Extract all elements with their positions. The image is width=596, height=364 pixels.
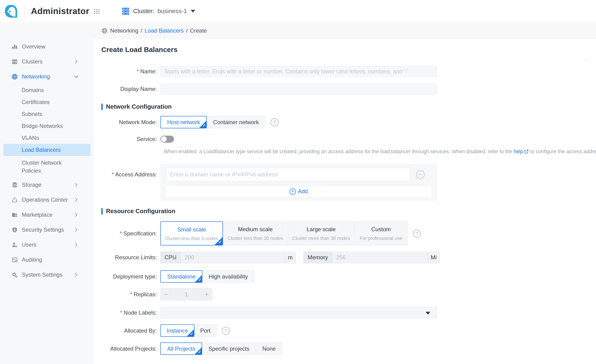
required-mark: *	[137, 68, 139, 75]
app-title: Administrator	[31, 6, 89, 16]
section-accent-bar	[101, 103, 103, 110]
sidebar-item-domains[interactable]: Domains	[0, 84, 94, 96]
network-mode-group: Host network Container network	[160, 116, 265, 128]
database-icon	[11, 182, 18, 188]
deployment-standalone[interactable]: Standalone	[160, 270, 202, 283]
service-toggle[interactable]	[160, 136, 174, 143]
sidebar-item-label: Marketplace	[22, 211, 52, 218]
network-mode-host-network[interactable]: Host network	[160, 116, 207, 128]
memory-prefix-label: Memory	[304, 252, 332, 263]
resource-limits-row: Resource Limits: CPU 200 m Memory 256 Mi	[101, 252, 589, 263]
breadcrumb-separator: /	[141, 27, 142, 34]
replicas-label: * Replicas:	[101, 288, 160, 300]
sidebar-item-operations-center[interactable]: Operations Center	[0, 192, 94, 207]
sidebar-item-subnets[interactable]: Subnets	[0, 108, 94, 120]
sidebar-item-cluster-network-policies[interactable]: Cluster Network Policies	[0, 156, 94, 177]
cpu-limit-group: CPU 200 m	[160, 252, 296, 263]
replicas-stepper: − 1 +	[160, 288, 212, 300]
access-address-label: * Access Address:	[101, 164, 160, 201]
chevron-right-icon	[74, 242, 79, 247]
sidebar-item-label: Operations Center	[22, 197, 68, 203]
node-labels-select[interactable]	[160, 307, 437, 319]
specification-help-icon[interactable]: ?	[413, 230, 421, 238]
sidebar-item-overview[interactable]: Overview	[0, 39, 94, 54]
allocated-by-instance[interactable]: Instance	[160, 324, 194, 337]
replicas-row: * Replicas: − 1 +	[101, 288, 589, 300]
sidebar-item-system-settings[interactable]: System Settings	[0, 267, 94, 282]
top-header: Administrator Cluster: business-1	[0, 0, 596, 22]
sidebar-item-users[interactable]: Users	[0, 237, 94, 252]
cluster-selector[interactable]: Cluster: business-1	[121, 7, 195, 16]
spec-card-large-scale[interactable]: Large scale Cluster more than 30 nodes	[288, 221, 355, 246]
deployment-type-row: Deployment type: Standalone High availab…	[101, 270, 589, 283]
chevron-right-icon	[74, 182, 79, 187]
specification-label: * Specification:	[101, 221, 160, 246]
deployment-type-label: Deployment type:	[101, 270, 160, 283]
sidebar-item-label: Auditing	[22, 256, 42, 263]
bar-chart-icon	[11, 44, 18, 50]
allocated-by-port[interactable]: Port	[194, 324, 217, 337]
header-divider	[24, 5, 25, 18]
sidebar-item-networking[interactable]: Networking	[0, 69, 94, 84]
help-link[interactable]: help	[514, 149, 523, 154]
name-input[interactable]	[160, 66, 437, 77]
cluster-caret-down-icon	[191, 10, 195, 12]
cluster-name: business-1	[157, 7, 187, 15]
cpu-limit-input[interactable]: 200	[181, 252, 285, 263]
chevron-right-icon	[74, 272, 79, 277]
operations-icon	[11, 197, 18, 203]
service-label: Service:	[101, 136, 160, 143]
main-content: Networking / Load Balancers / Create Cre…	[94, 22, 596, 364]
sidebar-item-security-settings[interactable]: Security Settings	[0, 222, 94, 237]
access-address-input[interactable]	[166, 168, 410, 181]
breadcrumb-section: Networking	[110, 27, 138, 34]
chevron-right-icon	[74, 212, 79, 217]
specification-row: * Specification: Small scale Cluster les…	[101, 221, 589, 246]
chevron-down-icon	[74, 74, 79, 79]
chevron-right-icon	[74, 59, 79, 64]
breadcrumb-separator: /	[186, 27, 188, 34]
allocated-projects-specific[interactable]: Specific projects	[202, 342, 256, 355]
sidebar-item-load-balancers[interactable]: Load Balancers	[3, 144, 90, 156]
spec-card-medium-scale[interactable]: Medium scale Cluster less than 30 nodes	[223, 221, 288, 246]
access-address-panel: − + Add	[160, 164, 437, 201]
sidebar-item-clusters[interactable]: Clusters	[0, 54, 94, 69]
breadcrumb-link-load-balancers[interactable]: Load Balancers	[145, 27, 184, 34]
allocated-projects-all[interactable]: All Projects	[160, 342, 202, 355]
sidebar-item-auditing[interactable]: Auditing	[0, 252, 94, 267]
resource-limits-label: Resource Limits:	[101, 252, 160, 263]
globe-icon	[101, 28, 108, 34]
network-mode-container-network[interactable]: Container network	[207, 116, 265, 128]
memory-limit-group: Memory 256 Mi	[303, 252, 440, 263]
allocated-by-label: Allocated By:	[101, 324, 160, 337]
sidebar-item-certificates[interactable]: Certificates	[0, 96, 94, 108]
network-mode-help-icon[interactable]: ?	[271, 118, 279, 126]
allocated-by-help-icon[interactable]: ?	[222, 327, 230, 335]
replicas-increment-button[interactable]: +	[201, 288, 212, 300]
section-accent-bar	[101, 208, 103, 215]
spec-card-small-scale[interactable]: Small scale Cluster less than 5 nodes	[160, 221, 223, 246]
cpu-unit-label: m	[285, 252, 296, 263]
sidebar-item-marketplace[interactable]: Marketplace	[0, 207, 94, 222]
add-address-button[interactable]: + Add	[166, 186, 432, 197]
deployment-high-availability[interactable]: High availability	[202, 270, 254, 283]
memory-limit-input[interactable]: 256	[332, 252, 427, 263]
remove-address-icon[interactable]: −	[416, 170, 425, 179]
sidebar-item-label: Networking	[22, 73, 50, 80]
node-labels-label: * Node Labels:	[101, 307, 160, 319]
replicas-decrement-button[interactable]: −	[160, 288, 172, 300]
required-mark: *	[120, 309, 122, 316]
service-help-text: When enabled, a LoadBalancer type servic…	[164, 148, 589, 155]
app-switcher-icon[interactable]	[93, 7, 101, 15]
replicas-value[interactable]: 1	[171, 288, 201, 300]
sidebar-item-bridge-networks[interactable]: Bridge Networks	[0, 120, 94, 132]
sidebar-item-label: System Settings	[22, 271, 62, 278]
sidebar-item-storage[interactable]: Storage	[0, 177, 94, 192]
allocated-projects-label: Allocated Projects:	[101, 342, 160, 355]
allocated-projects-none[interactable]: None	[256, 342, 282, 355]
display-name-input[interactable]	[160, 84, 437, 95]
spec-card-custom[interactable]: Custom For professional use	[354, 221, 408, 246]
sidebar-item-vlans[interactable]: VLANs	[0, 132, 94, 144]
title-divider	[101, 59, 589, 59]
cluster-icon	[121, 7, 130, 16]
